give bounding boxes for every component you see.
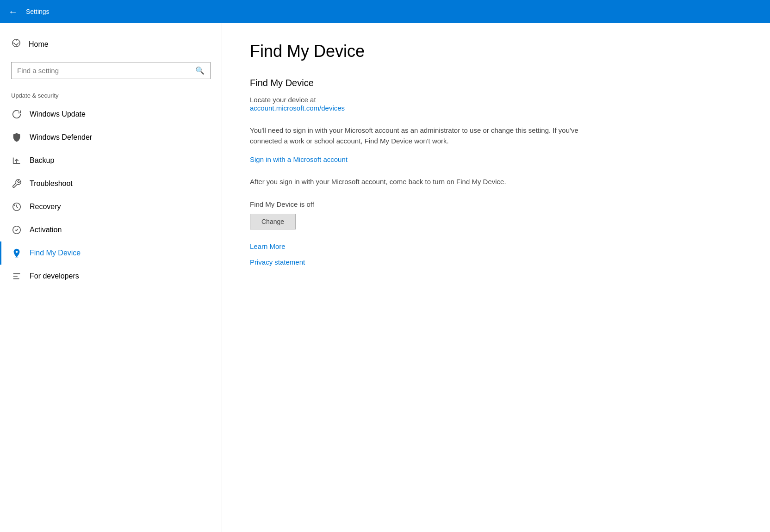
person-pin-icon: [11, 248, 22, 258]
find-my-device-label: Find My Device: [30, 249, 81, 257]
privacy-section: Privacy statement: [250, 258, 742, 266]
svg-point-9: [15, 257, 18, 258]
microsoft-account-link[interactable]: account.microsoft.com/devices: [250, 104, 345, 112]
activation-icon: [11, 225, 22, 235]
title-bar: ← Settings: [0, 0, 770, 23]
search-icon: 🔍: [195, 66, 205, 75]
back-button[interactable]: ←: [6, 4, 20, 19]
sidebar-home[interactable]: Home: [0, 32, 222, 56]
learn-more-section: Learn More: [250, 242, 742, 251]
sidebar-item-activation[interactable]: Activation: [0, 218, 222, 241]
locate-label: Locate your device at: [250, 96, 316, 104]
sidebar: Home 🔍 Update & security Windows Update: [0, 23, 222, 532]
sidebar-item-windows-update[interactable]: Windows Update: [0, 103, 222, 126]
windows-update-label: Windows Update: [30, 110, 86, 118]
main-layout: Home 🔍 Update & security Windows Update: [0, 23, 770, 532]
page-title: Find My Device: [250, 42, 742, 61]
search-input[interactable]: [17, 67, 195, 74]
sidebar-item-recovery[interactable]: Recovery: [0, 195, 222, 218]
section-subtitle: Find My Device: [250, 78, 742, 88]
recovery-icon: [11, 202, 22, 212]
troubleshoot-label: Troubleshoot: [30, 179, 73, 188]
search-box[interactable]: 🔍: [11, 62, 211, 79]
privacy-link[interactable]: Privacy statement: [250, 258, 305, 266]
backup-icon: [11, 155, 22, 166]
change-button[interactable]: Change: [250, 214, 296, 229]
shield-icon: [11, 132, 22, 142]
description-text: You'll need to sign in with your Microso…: [250, 125, 602, 146]
title-bar-title: Settings: [26, 8, 50, 15]
for-developers-label: For developers: [30, 272, 79, 280]
locate-section: Locate your device at account.microsoft.…: [250, 96, 742, 112]
sidebar-item-find-my-device[interactable]: Find My Device: [0, 241, 222, 265]
sidebar-item-backup[interactable]: Backup: [0, 149, 222, 172]
learn-more-link[interactable]: Learn More: [250, 242, 286, 250]
section-label: Update & security: [0, 85, 222, 103]
activation-label: Activation: [30, 226, 62, 234]
windows-defender-label: Windows Defender: [30, 133, 92, 142]
sign-in-link[interactable]: Sign in with a Microsoft account: [250, 155, 348, 163]
backup-label: Backup: [30, 156, 54, 165]
home-icon: [11, 38, 21, 51]
content-area: Find My Device Find My Device Locate you…: [222, 23, 770, 532]
recovery-label: Recovery: [30, 203, 61, 211]
home-label: Home: [29, 40, 49, 49]
device-status: Find My Device is off: [250, 200, 742, 208]
sidebar-item-for-developers[interactable]: For developers: [0, 265, 222, 288]
developers-icon: [11, 271, 22, 281]
sidebar-item-windows-defender[interactable]: Windows Defender: [0, 126, 222, 149]
wrench-icon: [11, 179, 22, 189]
after-sign-in-text: After you sign in with your Microsoft ac…: [250, 177, 602, 187]
refresh-icon: [11, 109, 22, 119]
sidebar-item-troubleshoot[interactable]: Troubleshoot: [0, 172, 222, 195]
sign-in-link-section: Sign in with a Microsoft account: [250, 155, 742, 164]
